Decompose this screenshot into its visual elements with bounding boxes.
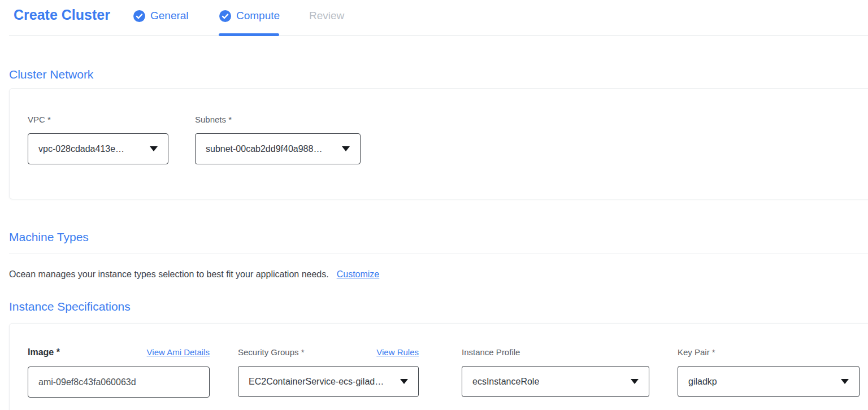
cluster-network-heading: Cluster Network <box>9 68 93 81</box>
instance-specifications-heading: Instance Specifications <box>9 300 131 313</box>
machine-types-heading: Machine Types <box>9 230 89 244</box>
subnets-selected-value: subnet-00cab2dd9f40a988… <box>206 144 322 154</box>
check-circle-icon <box>219 10 231 22</box>
view-ami-details-link[interactable]: View Ami Details <box>147 347 210 357</box>
caret-down-icon <box>342 146 350 151</box>
image-label: Image * <box>28 347 60 357</box>
tab-compute[interactable]: Compute <box>219 10 280 22</box>
tab-compute-label: Compute <box>236 10 280 22</box>
instance-specifications-card: Image * View Ami Details ami-09ef8c43fa0… <box>9 323 868 410</box>
machine-types-divider <box>9 254 868 254</box>
create-cluster-page: Create Cluster General Compute Review Cl… <box>0 0 868 410</box>
check-circle-icon <box>133 10 145 22</box>
key-pair-selected-value: giladkp <box>688 377 717 387</box>
caret-down-icon <box>150 146 158 151</box>
tab-general[interactable]: General <box>133 10 189 22</box>
machine-types-description: Ocean manages your instance types select… <box>9 269 329 279</box>
tab-review[interactable]: Review <box>309 10 344 22</box>
image-value: ami-09ef8c43fa060063d <box>38 377 136 387</box>
key-pair-select[interactable]: giladkp <box>678 366 860 397</box>
tab-review-label: Review <box>309 10 344 22</box>
cluster-network-card: VPC * vpc-028cdada413e… Subnets * subnet… <box>9 88 868 199</box>
security-groups-selected-value: EC2ContainerService-ecs-gilad… <box>249 377 384 387</box>
instance-profile-selected-value: ecsInstanceRole <box>472 377 539 387</box>
security-groups-label: Security Groups * <box>238 347 305 357</box>
vpc-select[interactable]: vpc-028cdada413e… <box>28 133 168 164</box>
subnets-select[interactable]: subnet-00cab2dd9f40a988… <box>195 133 361 164</box>
page-title: Create Cluster <box>14 7 110 23</box>
security-groups-select[interactable]: EC2ContainerService-ecs-gilad… <box>238 366 419 397</box>
machine-types-description-row: Ocean manages your instance types select… <box>9 269 379 280</box>
vpc-label: VPC * <box>28 115 168 124</box>
key-pair-label: Key Pair * <box>678 347 715 357</box>
vpc-selected-value: vpc-028cdada413e… <box>38 144 124 154</box>
view-rules-link[interactable]: View Rules <box>376 347 419 357</box>
caret-down-icon <box>631 379 639 384</box>
instance-profile-select[interactable]: ecsInstanceRole <box>462 366 649 397</box>
header-divider <box>9 35 868 36</box>
caret-down-icon <box>400 379 408 384</box>
active-tab-underline <box>219 33 279 36</box>
tab-general-label: General <box>150 10 189 22</box>
subnets-label: Subnets * <box>195 115 361 124</box>
image-input[interactable]: ami-09ef8c43fa060063d <box>28 367 210 398</box>
instance-profile-label: Instance Profile <box>462 347 520 357</box>
caret-down-icon <box>841 379 849 384</box>
customize-link[interactable]: Customize <box>337 269 380 279</box>
